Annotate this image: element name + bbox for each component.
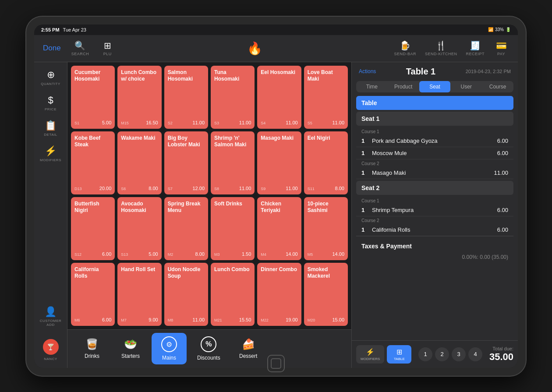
menu-item[interactable]: Wakame Maki S6 8.00 bbox=[117, 131, 161, 194]
menu-item[interactable]: Soft Drinks M3 1.50 bbox=[211, 197, 255, 260]
receipt-button[interactable]: 🧾 RECEIPT bbox=[462, 39, 488, 58]
taxes-header: Taxes & Payment bbox=[361, 240, 508, 252]
menu-item[interactable]: Udon Noodle Soup M8 11.00 bbox=[164, 263, 208, 326]
menu-item-code: D13 bbox=[74, 187, 82, 191]
seat1-course1-label: Course 1 bbox=[356, 127, 513, 135]
seat-num-1[interactable]: 1 bbox=[418, 347, 432, 361]
receipt-icon: 🧾 bbox=[470, 40, 481, 51]
send-bar-label: SEND-BAR bbox=[394, 52, 416, 56]
menu-item-code: M6 bbox=[74, 318, 80, 322]
menu-item[interactable]: Lunch Combo w/ choice M15 16.50 bbox=[117, 66, 161, 129]
menu-item[interactable]: 10-piece Sashimi M5 14.00 bbox=[304, 197, 348, 260]
order-price: 6.00 bbox=[497, 150, 508, 156]
menu-item[interactable]: Hand Roll Set M7 9.00 bbox=[117, 263, 161, 326]
sidebar-modifiers[interactable]: ⚡ MODIFIERS bbox=[37, 142, 65, 166]
pay-button[interactable]: 💳 PAY bbox=[490, 39, 513, 58]
category-starters[interactable]: 🥗 Starters bbox=[113, 335, 148, 363]
panel-tab-time[interactable]: Time bbox=[356, 81, 388, 92]
table-section-header[interactable]: Table bbox=[356, 96, 513, 110]
menu-item[interactable]: Big Boy Lobster Maki S7 12.00 bbox=[164, 131, 208, 194]
detail-label: DETAIL bbox=[44, 133, 57, 137]
menu-item[interactable]: Butterfish Nigiri S12 6.00 bbox=[71, 197, 115, 260]
quantity-label: QUANTITY bbox=[41, 82, 60, 86]
menu-item-name: Eel Hosomaki bbox=[261, 69, 297, 118]
menu-item[interactable]: Tuna Hosomaki S3 11.00 bbox=[211, 66, 255, 129]
done-button[interactable]: Done bbox=[39, 42, 64, 54]
menu-item-name: 10-piece Sashimi bbox=[308, 201, 344, 250]
menu-item[interactable]: Kobe Beef Steak D13 20.00 bbox=[71, 131, 115, 194]
panel-tab-course[interactable]: Course bbox=[482, 81, 513, 92]
menu-item[interactable]: Lunch Combo M21 15.50 bbox=[211, 263, 255, 326]
footer-modifiers-button[interactable]: ⚡ MODIFIERS bbox=[356, 345, 384, 364]
seat1-course2-label: Course 2 bbox=[356, 159, 513, 167]
seat-num-3[interactable]: 3 bbox=[452, 347, 466, 361]
menu-item[interactable]: Salmon Hosomaki S2 11.00 bbox=[164, 66, 208, 129]
category-dessert[interactable]: 🍰 Dessert bbox=[231, 335, 266, 363]
menu-item[interactable]: Love Boat Maki S5 11.00 bbox=[304, 66, 348, 129]
menu-item[interactable]: Eel Hosomaki S4 11.00 bbox=[257, 66, 301, 129]
sidebar-price[interactable]: $ PRICE bbox=[37, 91, 65, 115]
sidebar-nancy[interactable]: 🍸 NANCY bbox=[37, 335, 65, 364]
menu-item[interactable]: Masago Maki S9 11.00 bbox=[257, 131, 301, 194]
menu-item[interactable]: Cucumber Hosomaki S1 5.00 bbox=[71, 66, 115, 129]
menu-item-code: S3 bbox=[214, 121, 219, 125]
sidebar-detail[interactable]: 📋 DETAIL bbox=[37, 117, 65, 140]
avatar[interactable]: 🍸 bbox=[43, 339, 59, 355]
footer-table-button[interactable]: ⊞ TABLE bbox=[387, 345, 411, 364]
send-kitchen-button[interactable]: 🍴 SEND-KITCHEN bbox=[421, 39, 461, 58]
sidebar-quantity[interactable]: ⊕ QUANTITY bbox=[37, 66, 65, 89]
footer-table-label: TABLE bbox=[394, 357, 405, 361]
menu-item[interactable]: Chicken Teriyaki M4 14.00 bbox=[257, 197, 301, 260]
menu-item-price: 1.50 bbox=[242, 251, 251, 257]
menu-item-code: M4 bbox=[261, 252, 266, 257]
left-sidebar: ⊕ QUANTITY $ PRICE 📋 DETAIL ⚡ MODIFIERS bbox=[34, 62, 67, 368]
total-label: Total due: bbox=[489, 346, 513, 351]
menu-item[interactable]: Dinner Combo M22 19.00 bbox=[257, 263, 301, 326]
menu-item-name: Avocado Hosomaki bbox=[121, 201, 158, 250]
menu-item-code: S1 bbox=[74, 121, 79, 125]
menu-item[interactable]: Avocado Hosomaki S13 5.00 bbox=[117, 197, 161, 260]
category-drinks[interactable]: 🥃 Drinks bbox=[74, 335, 110, 363]
search-button[interactable]: 🔍 SEARCH bbox=[68, 39, 93, 58]
search-label: SEARCH bbox=[71, 52, 89, 56]
panel-tab-user[interactable]: User bbox=[450, 81, 482, 92]
category-bar: 🥃 Drinks 🥗 Starters ⚙ Mains % Discounts … bbox=[67, 329, 351, 368]
panel-tab-seat[interactable]: Seat bbox=[419, 81, 451, 92]
panel-footer: ⚡ MODIFIERS ⊞ TABLE 1234 Total due: 35 bbox=[352, 340, 518, 368]
home-button[interactable] bbox=[267, 355, 285, 372]
menu-item[interactable]: Smoked Mackerel M20 15.00 bbox=[304, 263, 348, 326]
seat1-header[interactable]: Seat 1 bbox=[356, 112, 513, 126]
search-icon: 🔍 bbox=[74, 40, 85, 51]
main-content: ⊕ QUANTITY $ PRICE 📋 DETAIL ⚡ MODIFIERS bbox=[34, 62, 518, 368]
cat-icon: ⚙ bbox=[161, 336, 177, 352]
menu-item[interactable]: California Rolls M6 6.00 bbox=[71, 263, 115, 326]
order-item-name: Masago Maki bbox=[372, 170, 494, 176]
taxes-row: 0.00%: 0.00 (35.00) bbox=[361, 252, 508, 262]
sidebar-customer-add[interactable]: 👤 CUSTOMER ADD bbox=[37, 303, 65, 330]
menu-item[interactable]: Spring Break Menu M2 8.00 bbox=[164, 197, 208, 260]
seat-num-4[interactable]: 4 bbox=[468, 347, 482, 361]
customer-icon: 👤 bbox=[45, 306, 57, 318]
customer-name-label: NANCY bbox=[44, 357, 57, 361]
send-bar-button[interactable]: 🍺 SEND-BAR bbox=[390, 39, 420, 58]
category-mains[interactable]: ⚙ Mains bbox=[152, 333, 187, 364]
wifi-icon: 📶 bbox=[488, 27, 493, 32]
panel-actions[interactable]: Actions bbox=[359, 68, 376, 74]
modifiers-icon: ⚡ bbox=[45, 145, 57, 157]
menu-item-price: 11.00 bbox=[239, 186, 251, 191]
menu-item-name: Udon Noodle Soup bbox=[168, 266, 205, 315]
toolbar: Done 🔍 SEARCH ⊞ PLU 🔥 🍺 SEND-BAR 🍴 SEND- bbox=[34, 35, 518, 62]
total-amount: 35.00 bbox=[489, 351, 513, 363]
menu-item[interactable]: Eel Nigiri S11 8.00 bbox=[304, 131, 348, 194]
category-discounts[interactable]: % Discounts bbox=[190, 333, 227, 364]
taxes-section: Taxes & Payment 0.00%: 0.00 (35.00) bbox=[356, 236, 513, 265]
plu-button[interactable]: ⊞ PLU bbox=[96, 39, 119, 58]
seat2-header[interactable]: Seat 2 bbox=[356, 181, 513, 195]
menu-item[interactable]: Shrimp 'n' Salmon Maki S8 11.00 bbox=[211, 131, 255, 194]
menu-item-code: S13 bbox=[121, 252, 128, 257]
menu-item-code: S2 bbox=[168, 121, 173, 125]
battery-text: 33% bbox=[495, 27, 504, 32]
panel-tab-product[interactable]: Product bbox=[388, 81, 419, 92]
seat-num-2[interactable]: 2 bbox=[435, 347, 449, 361]
order-qty: 1 bbox=[361, 138, 368, 144]
